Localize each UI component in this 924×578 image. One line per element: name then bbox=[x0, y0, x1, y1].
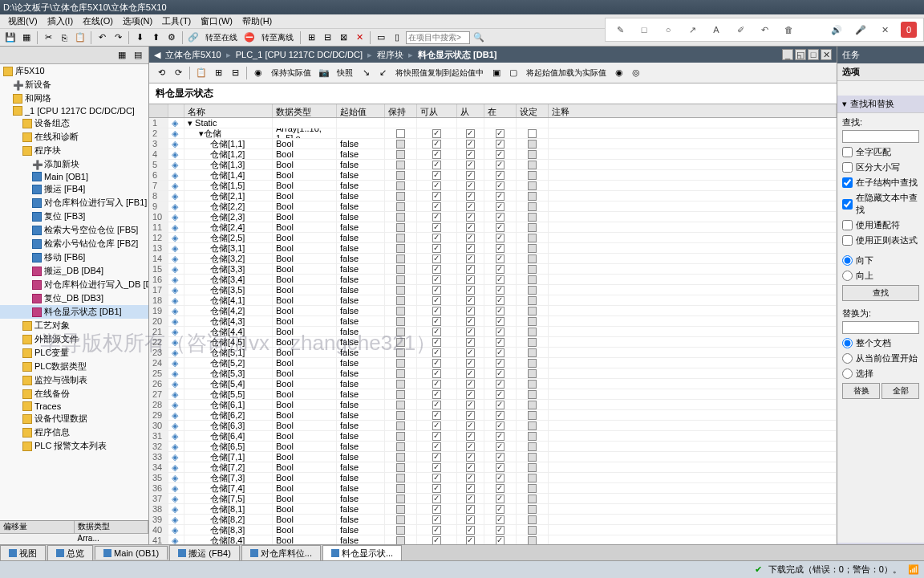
tree-item[interactable]: PLC数据类型 bbox=[0, 360, 148, 373]
table-row[interactable]: 16◈ 仓储[3,4]Boolfalse bbox=[149, 275, 837, 285]
delete-icon[interactable]: 🗑 bbox=[780, 22, 796, 38]
tree-item[interactable]: 在线和诊断 bbox=[0, 130, 148, 144]
cut-icon[interactable]: ✂ bbox=[41, 31, 55, 45]
toolbar-icon[interactable]: ▭ bbox=[374, 31, 388, 45]
tree-item[interactable]: PLC 报警文本列表 bbox=[0, 439, 148, 453]
toolbar-icon[interactable]: 📋 bbox=[194, 66, 209, 80]
table-row[interactable]: 7◈ 仓储[1,5]Boolfalse bbox=[149, 181, 837, 191]
tree-item[interactable]: 设备组态 bbox=[0, 116, 148, 130]
upload-icon[interactable]: ⬆ bbox=[148, 31, 163, 45]
copy-icon[interactable]: ⎘ bbox=[57, 31, 71, 45]
tree-item[interactable]: 搬运 [FB4] bbox=[0, 182, 148, 196]
opt-case[interactable]: 区分大小写 bbox=[842, 160, 919, 175]
find-input[interactable] bbox=[842, 130, 919, 143]
table-row[interactable]: 38◈ 仓储[8,1]Boolfalse bbox=[149, 504, 837, 515]
toolbar-icon[interactable]: ◉ bbox=[612, 66, 626, 80]
scope-sel[interactable]: 选择 bbox=[842, 366, 919, 381]
editor-tab[interactable]: 视图 bbox=[0, 545, 46, 561]
table-row[interactable]: 2◈▾ 仓储Array[1..10, 1..5] o... bbox=[149, 128, 837, 139]
tree-item[interactable]: 监控与强制表 bbox=[0, 373, 148, 387]
opt-regex[interactable]: 使用正则表达式 bbox=[842, 233, 919, 248]
table-row[interactable]: 11◈ 仓储[2,4]Boolfalse bbox=[149, 222, 837, 233]
tree-item[interactable]: 检索大号空位仓位 [FB5] bbox=[0, 223, 148, 237]
toolbar-icon[interactable]: ▣ bbox=[489, 66, 504, 80]
table-row[interactable]: 12◈ 仓储[2,5]Boolfalse bbox=[149, 233, 837, 243]
table-row[interactable]: 27◈ 仓储[5,5]Boolfalse bbox=[149, 389, 837, 400]
toolbar-icon[interactable]: ↙ bbox=[375, 66, 390, 80]
tree-item[interactable]: 移动 [FB6] bbox=[0, 250, 148, 264]
table-row[interactable]: 29◈ 仓储[6,2]Boolfalse bbox=[149, 410, 837, 421]
tree-item[interactable]: 对仓库料位进行写入 [FB1] bbox=[0, 196, 148, 210]
tree-item[interactable]: 搬运_DB [DB4] bbox=[0, 264, 148, 278]
table-row[interactable]: 26◈ 仓储[5,4]Boolfalse bbox=[149, 379, 837, 389]
expand-icon[interactable]: ⊞ bbox=[211, 66, 225, 80]
table-row[interactable]: 40◈ 仓储[8,3]Boolfalse bbox=[149, 525, 837, 535]
tree-item[interactable]: 对仓库料位进行写入_DB [DB2] bbox=[0, 278, 148, 291]
table-row[interactable]: 3◈ 仓储[1,1]Boolfalse bbox=[149, 139, 837, 149]
tree-item[interactable]: 程序块 bbox=[0, 144, 148, 157]
undo-icon[interactable]: ↶ bbox=[756, 22, 772, 38]
keep-actual-button[interactable]: 保持实际值 bbox=[268, 66, 314, 80]
tree-item[interactable]: 料仓显示状态 [DB1] bbox=[0, 305, 148, 319]
table-row[interactable]: 28◈ 仓储[6,1]Boolfalse bbox=[149, 400, 837, 410]
table-row[interactable]: 24◈ 仓储[5,2]Boolfalse bbox=[149, 358, 837, 368]
table-row[interactable]: 10◈ 仓储[2,3]Boolfalse bbox=[149, 212, 837, 222]
save-icon[interactable]: 💾 bbox=[3, 31, 18, 45]
table-row[interactable]: 17◈ 仓储[3,5]Boolfalse bbox=[149, 285, 837, 295]
table-row[interactable]: 5◈ 仓储[1,3]Boolfalse bbox=[149, 160, 837, 170]
tree-item[interactable]: PLC变量 bbox=[0, 346, 148, 360]
collapse-icon[interactable]: ⊟ bbox=[228, 66, 242, 80]
tree-view-icon[interactable]: ▦ bbox=[115, 48, 129, 63]
find-button[interactable]: 查找 bbox=[842, 285, 919, 301]
menu-item[interactable]: 在线(O) bbox=[78, 15, 118, 27]
close-icon[interactable]: ✕ bbox=[821, 49, 832, 60]
table-row[interactable]: 20◈ 仓储[4,3]Boolfalse bbox=[149, 316, 837, 327]
table-row[interactable]: 1◈▾ Static bbox=[149, 118, 837, 128]
search-icon[interactable]: 🔍 bbox=[472, 31, 486, 45]
toolbar-icon[interactable]: ◉ bbox=[251, 66, 265, 80]
table-row[interactable]: 6◈ 仓储[1,4]Boolfalse bbox=[149, 170, 837, 181]
tree-list-icon[interactable]: ▤ bbox=[131, 48, 145, 63]
toolbar-icon[interactable]: ⟳ bbox=[171, 66, 185, 80]
maximize-icon[interactable]: □ bbox=[808, 49, 819, 60]
menu-item[interactable]: 工具(T) bbox=[157, 15, 196, 27]
project-search-input[interactable] bbox=[406, 31, 470, 44]
mic-icon[interactable]: 🎤 bbox=[853, 22, 869, 38]
circle-icon[interactable]: ○ bbox=[660, 22, 676, 38]
download-icon[interactable]: ⬇ bbox=[132, 31, 147, 45]
toolbar-icon[interactable]: ▦ bbox=[19, 31, 34, 45]
toolbar-icon[interactable]: ⟲ bbox=[154, 66, 168, 80]
table-row[interactable]: 25◈ 仓储[5,3]Boolfalse bbox=[149, 368, 837, 379]
find-replace-section[interactable]: ▾查找和替换 bbox=[837, 96, 924, 113]
compile-icon[interactable]: ⚙ bbox=[164, 31, 179, 45]
paste-icon[interactable]: 📋 bbox=[73, 31, 87, 45]
table-row[interactable]: 36◈ 仓储[7,4]Boolfalse bbox=[149, 483, 837, 494]
table-row[interactable]: 14◈ 仓储[3,2]Boolfalse bbox=[149, 254, 837, 264]
restore-icon[interactable]: ◱ bbox=[795, 49, 806, 60]
opt-wholeword[interactable]: 全字匹配 bbox=[842, 144, 919, 160]
table-row[interactable]: 13◈ 仓储[3,1]Boolfalse bbox=[149, 243, 837, 254]
table-row[interactable]: 35◈ 仓储[7,3]Boolfalse bbox=[149, 473, 837, 483]
arrow-icon[interactable]: ↗ bbox=[684, 22, 700, 38]
snapshot-button[interactable]: 快照 bbox=[334, 66, 356, 80]
editor-tab[interactable]: Main (OB1) bbox=[95, 546, 168, 560]
toolbar-icon[interactable]: ⊠ bbox=[336, 31, 351, 45]
snapshot-icon[interactable]: 📷 bbox=[317, 66, 331, 80]
toolbar-icon[interactable]: ◎ bbox=[629, 66, 643, 80]
online-icon[interactable]: 🔗 bbox=[186, 31, 201, 45]
table-row[interactable]: 4◈ 仓储[1,2]Boolfalse bbox=[149, 149, 837, 160]
toolbar-icon[interactable]: ▯ bbox=[390, 31, 404, 45]
minimize-icon[interactable]: _ bbox=[782, 49, 793, 60]
replace-all-button[interactable]: 全部 bbox=[881, 383, 919, 399]
record-icon[interactable]: 0 bbox=[901, 22, 917, 38]
bc-nav-left[interactable]: ◀ bbox=[154, 50, 160, 60]
tree-item[interactable]: ➕新设备 bbox=[0, 78, 148, 92]
tree-item[interactable]: 设备代理数据 bbox=[0, 412, 148, 425]
tree-item[interactable]: 程序信息 bbox=[0, 425, 148, 439]
toolbar-icon[interactable]: ⊞ bbox=[304, 31, 318, 45]
close-icon[interactable]: ✕ bbox=[877, 22, 893, 38]
tree-item[interactable]: 复位_DB [DB3] bbox=[0, 291, 148, 305]
dir-down[interactable]: 向下 bbox=[842, 253, 919, 268]
editor-tab[interactable]: 对仓库料位... bbox=[241, 545, 321, 561]
scope-pos[interactable]: 从当前位置开始 bbox=[842, 351, 919, 366]
